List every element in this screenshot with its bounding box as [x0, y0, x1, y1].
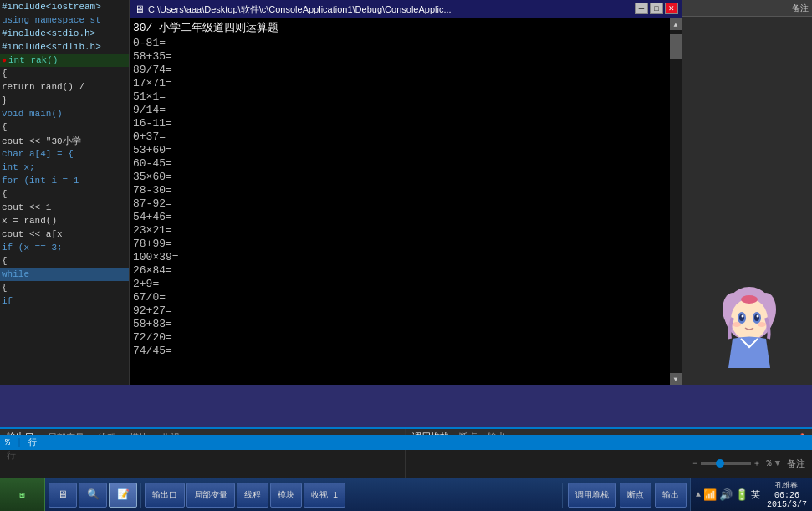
close-button[interactable]: ✕ — [665, 3, 678, 14]
code-text: return rand() / — [2, 82, 84, 92]
math-line-17: 26×84= — [133, 264, 678, 278]
minimize-icon: ─ — [639, 4, 644, 13]
code-line-16: cout << 1 — [0, 201, 129, 214]
code-text: cout << 1 — [2, 202, 51, 212]
maximize-icon: □ — [654, 4, 658, 13]
code-line-15: { — [0, 187, 129, 201]
taskbar-items: 🖥 🔍 📝 输出口 局部变量 线程 模块 收视 1 — [45, 483, 560, 508]
breakpoint-icon: ● — [2, 56, 7, 65]
zoom-in-icon[interactable]: ＋ — [753, 457, 761, 469]
taskbar-item-view1[interactable]: 收视 1 — [304, 483, 345, 508]
code-text: #include<stdio.h> — [2, 28, 95, 38]
minimize-button[interactable]: ─ — [635, 3, 648, 14]
svg-point-9 — [757, 315, 759, 318]
taskbar-label-callstack: 调用堆栈 — [575, 489, 609, 501]
panel-right-content: － ＋ % ▼ 备注 — [406, 447, 812, 479]
right-panel-tab: 备注 — [682, 0, 812, 17]
taskbar-item-terminal[interactable]: 🖥 — [49, 483, 77, 508]
math-lines-container: 0-81=58+35=89/74=17×71=51×1=9/14=16-11=0… — [133, 37, 678, 358]
scroll-thumb[interactable] — [670, 34, 682, 59]
taskbar-item-locals[interactable]: 局部变量 — [186, 483, 235, 508]
system-clock[interactable]: 孔维春 06:26 2015/3/7 — [763, 480, 807, 509]
math-line-22: 72/20= — [133, 331, 678, 345]
right-panel: 备注 — [682, 0, 812, 385]
status-line-info: 行 — [28, 437, 37, 448]
console-scrollbar[interactable]: ▲ ▼ — [670, 18, 682, 385]
code-text: int rak() — [8, 55, 58, 65]
anime-character-svg — [687, 284, 812, 385]
code-line-21: while — [0, 268, 129, 281]
taskbar-label-breakpoints: 断点 — [627, 489, 644, 501]
math-line-4: 51×1= — [133, 90, 678, 104]
code-text: #include<stdlib.h> — [2, 42, 101, 52]
taskbar-label-threads: 线程 — [244, 489, 261, 501]
code-text: #include<iostream> — [2, 2, 101, 12]
taskbar-item-threads[interactable]: 线程 — [237, 483, 268, 508]
code-text: if (x == 3; — [2, 243, 63, 253]
code-line-23: if — [0, 294, 129, 308]
scroll-up-arrow[interactable]: ▲ — [670, 18, 682, 30]
code-text: { — [2, 256, 8, 266]
code-text: x = rand() — [2, 216, 57, 226]
ide-status-bar: % | 行 — [0, 435, 812, 450]
code-line-14: for (int i = 1 — [0, 174, 129, 187]
code-text: { — [2, 122, 8, 132]
console-titlebar: 🖥 C:\Users\aaa\Desktop\软件\c\ConsoleAppli… — [130, 0, 682, 18]
taskbar-item-output[interactable]: 输出口 — [145, 483, 185, 508]
taskbar-item-breakpoints[interactable]: 断点 — [620, 483, 651, 508]
tray-arrow-icon[interactable]: ▲ — [696, 490, 701, 499]
tray-volume-icon[interactable]: 🔊 — [719, 488, 733, 502]
svg-point-12 — [741, 295, 758, 304]
code-line-8: } — [0, 94, 129, 107]
tray-ime-icon[interactable]: 英 — [751, 488, 760, 501]
taskbar-item-outputpanel[interactable]: 输出 — [655, 483, 687, 508]
math-line-1: 58+35= — [133, 50, 678, 64]
code-text: cout << "30小学 — [2, 135, 81, 147]
zoom-slider[interactable] — [701, 462, 751, 465]
start-icon: ⊞ — [19, 490, 24, 500]
console-content[interactable]: 30/ 小学二年级道四则运算题 0-81=58+35=89/74=17×71=5… — [130, 18, 682, 385]
code-line-9: void main() — [0, 107, 129, 120]
svg-point-11 — [758, 322, 766, 327]
code-text: { — [2, 69, 8, 79]
code-line-6: { — [0, 67, 129, 80]
code-line-5: ● int rak() — [0, 54, 129, 67]
clock-time: 06:26 — [774, 491, 799, 500]
maximize-button[interactable]: □ — [650, 3, 663, 14]
console-title-text: C:\Users\aaa\Desktop\软件\c\ConsoleApplica… — [148, 3, 677, 16]
math-line-12: 87-92= — [133, 197, 678, 211]
taskbar-label-view1: 收视 1 — [311, 489, 338, 501]
taskbar-item-callstack[interactable]: 调用堆栈 — [568, 483, 616, 508]
system-tray: ▲ 📶 🔊 🔋 英 孔维春 06:26 2015/3/7 — [690, 478, 812, 512]
tray-icons: ▲ 📶 🔊 🔋 英 — [696, 488, 760, 502]
code-line-17: x = rand() — [0, 214, 129, 227]
tray-network-icon[interactable]: 📶 — [703, 488, 717, 502]
math-line-5: 9/14= — [133, 104, 678, 117]
math-line-2: 89/74= — [133, 64, 678, 77]
zoom-value: % — [766, 459, 771, 468]
code-line-4: #include<stdlib.h> — [0, 40, 129, 54]
taskbar-label-output: 输出口 — [152, 489, 177, 501]
zoom-control: － ＋ % — [691, 457, 771, 469]
titlebar-controls: ─ □ ✕ — [635, 3, 678, 14]
taskbar-item-modules[interactable]: 模块 — [270, 483, 302, 508]
taskbar-item-search[interactable]: 🔍 — [79, 483, 107, 508]
taskbar-separator — [140, 483, 141, 508]
taskbar-item-ide[interactable]: 📝 — [109, 483, 137, 508]
taskbar-label-modules: 模块 — [278, 489, 294, 501]
code-text: cout << a[x — [2, 229, 63, 239]
code-line-22: { — [0, 281, 129, 294]
start-button[interactable]: ⊞ — [0, 478, 45, 512]
scroll-down-arrow[interactable]: ▼ — [670, 373, 682, 385]
code-editor-panel: #include<iostream> using namespace st #i… — [0, 0, 130, 385]
math-line-16: 100×39= — [133, 251, 678, 264]
zoom-thumb — [716, 459, 724, 468]
math-line-6: 16-11= — [133, 117, 678, 130]
math-line-15: 78+99= — [133, 238, 678, 251]
tray-battery-icon[interactable]: 🔋 — [735, 488, 748, 502]
zoom-dropdown[interactable]: ▼ — [774, 458, 780, 468]
zoom-out-icon[interactable]: － — [691, 457, 699, 469]
code-line-12: char a[4] = { — [0, 147, 129, 161]
math-line-3: 17×71= — [133, 77, 678, 90]
scroll-track[interactable] — [670, 30, 682, 373]
